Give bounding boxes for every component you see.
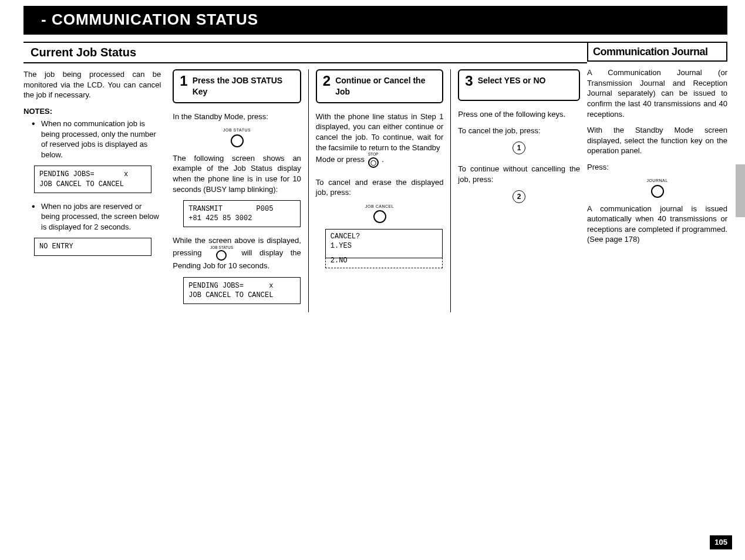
step3-p2: To cancel the job, press: — [458, 126, 580, 136]
content-area: Current Job Status The job being process… — [23, 42, 727, 312]
stop-key-inline: STOP ◯ — [368, 153, 379, 168]
jobstatus-label: JOB STATUS — [173, 127, 301, 133]
lcd-cancel-bottom: 2.NO — [325, 255, 443, 268]
journal-p2: With the Standby Mode screen displayed, … — [587, 125, 727, 156]
step1-p2: The following screen shows an example of… — [173, 153, 301, 194]
step1-title: Press the JOB STATUS Key — [193, 74, 294, 97]
round-button-icon — [231, 134, 244, 147]
step2-mode-text: Mode or press — [316, 155, 367, 164]
right-block: Communication Journal A Communication Jo… — [584, 42, 727, 312]
section-title-left: Current Job Status — [23, 42, 587, 63]
edge-tab — [736, 164, 745, 217]
col-step3: 3 Select YES or NO Press one of the foll… — [450, 69, 587, 312]
step2-p1b: Mode or press STOP ◯ . — [316, 153, 444, 168]
step3-title: Select YES or NO — [478, 74, 546, 95]
step2-box: 2 Continue or Cancel the Job — [316, 69, 444, 103]
round-button-icon — [373, 210, 386, 223]
lcd-noentry: NO ENTRY — [34, 238, 151, 255]
left-block: Current Job Status The job being process… — [23, 42, 593, 312]
step2-title: Continue or Cancel the Job — [335, 74, 436, 97]
journal-key-label: JOURNAL — [587, 178, 727, 183]
step3-box: 3 Select YES or NO — [458, 69, 580, 101]
jobstatus-inline-label: JOB STATUS — [210, 246, 233, 250]
journal-key: JOURNAL — [587, 178, 727, 197]
step3-p3: To continue without cancelling the job, … — [458, 164, 580, 184]
notes-heading: NOTES: — [23, 106, 161, 117]
lcd-cancel-question: CANCEL? 1.YES 2.NO — [325, 229, 443, 258]
numkey-2-wrap: 2 — [458, 188, 580, 205]
numkey-1-wrap: 1 — [458, 139, 580, 157]
lcd-pending-step1: PENDING JOBS= x JOB CANCEL TO CANCEL — [183, 277, 301, 304]
round-button-icon — [216, 250, 227, 261]
jobcancel-label: JOB CANCEL — [316, 204, 444, 209]
lcd-transmit: TRANSMIT P005 +81 425 85 3002 — [183, 200, 301, 227]
step1-p3: While the screen above is displayed, pre… — [173, 235, 301, 271]
note-item-1: When no communication job is being proce… — [41, 119, 161, 160]
notes-list: When no communication job is being proce… — [23, 119, 161, 160]
step1-box: 1 Press the JOB STATUS Key — [173, 69, 301, 103]
step2-num: 2 — [323, 74, 331, 97]
journal-p1: A Communication Journal (or Transmission… — [587, 68, 727, 119]
jobstatus-key-inline: JOB STATUS — [210, 246, 233, 261]
numkey-1: 1 — [513, 141, 525, 154]
step1-num: 1 — [180, 74, 187, 97]
period: . — [382, 155, 384, 164]
col-step1: 1 Press the JOB STATUS Key In the Standb… — [166, 69, 308, 312]
journal-p4: A communication journal is issued automa… — [587, 204, 727, 245]
numkey-2: 2 — [513, 190, 525, 203]
col-intro: The job being processed can be monitored… — [23, 69, 166, 312]
stop-label: STOP — [368, 153, 379, 157]
note-item-2: When no jobs are reserved or being proce… — [41, 201, 161, 232]
round-button-icon — [651, 185, 664, 198]
page-header: - COMMUNICATION STATUS — [23, 6, 727, 35]
step1-p1: In the Standby Mode, press: — [173, 112, 301, 122]
section-title-right: Communication Journal — [587, 42, 727, 62]
jobstatus-key-1: JOB STATUS — [173, 127, 301, 147]
col-step2: 2 Continue or Cancel the Job With the ph… — [308, 69, 451, 312]
round-button-icon: ◯ — [368, 157, 379, 168]
stop-glyph: ◯ — [370, 158, 376, 166]
lcd-cancel-top: CANCEL? 1.YES — [326, 230, 442, 251]
jobcancel-key: JOB CANCEL — [316, 204, 444, 223]
columns: The job being processed can be monitored… — [23, 69, 587, 312]
intro-para: The job being processed can be monitored… — [23, 69, 161, 100]
step2-p2: To cancel and erase the displayed job, p… — [316, 177, 444, 198]
step3-p1: Press one of the following keys. — [458, 109, 580, 120]
journal-p3: Press: — [587, 162, 727, 173]
step3-num: 3 — [465, 74, 473, 95]
step2-p1: With the phone line status in Step 1 dis… — [316, 112, 444, 153]
lcd-pending-intro: PENDING JOBS= x JOB CANCEL TO CANCEL — [34, 166, 151, 193]
page-number: 105 — [710, 535, 732, 549]
notes-list-2: When no jobs are reserved or being proce… — [23, 201, 161, 232]
